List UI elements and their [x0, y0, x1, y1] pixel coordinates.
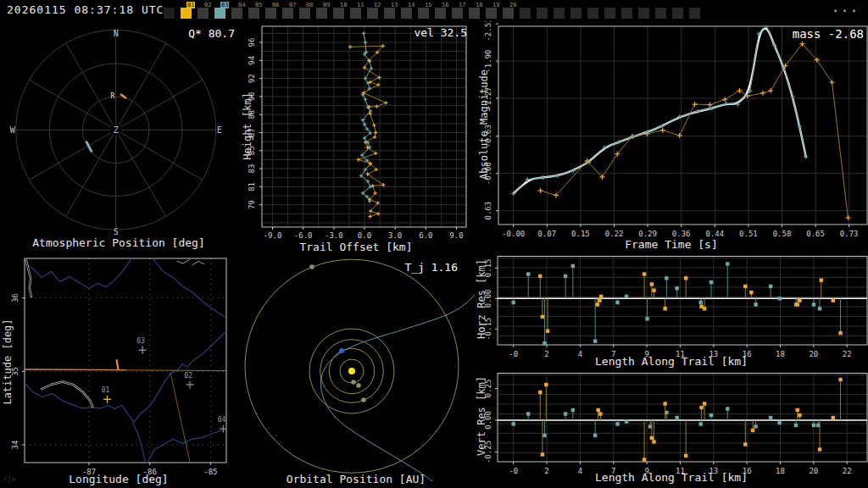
q-reserve-stat: Q* 80.7 [133, 27, 235, 40]
tab-04-label: 04 [237, 2, 246, 8]
tab-empty[interactable] [638, 8, 649, 19]
meteor-analysis-app: { "header": { "timestamp": "20260115 08:… [0, 0, 868, 488]
tab-06[interactable] [265, 8, 276, 19]
tab-01-label: 01 [186, 2, 195, 8]
svg-text:-2.53: -2.53 [484, 21, 492, 42]
tab-empty[interactable] [587, 8, 598, 19]
svg-text:0.51: 0.51 [739, 230, 758, 238]
tab-01[interactable] [181, 8, 192, 19]
tab-20[interactable] [503, 8, 514, 19]
svg-text:0.44: 0.44 [705, 230, 724, 238]
tab-empty[interactable] [537, 8, 548, 19]
svg-text:R: R [111, 92, 115, 100]
svg-text:Z: Z [114, 125, 119, 135]
tab-15[interactable] [418, 8, 429, 19]
svg-text:0.15: 0.15 [571, 230, 590, 238]
tab-empty[interactable] [570, 8, 581, 19]
trail-offset-chart: -9.0-6.0-3.00.03.06.09.09694929088878583… [237, 21, 475, 254]
tab-11[interactable] [350, 8, 361, 19]
tab-08-label: 08 [305, 2, 314, 8]
overflow-menu-button[interactable]: ... [832, 0, 860, 15]
svg-text:-0.00: -0.00 [502, 230, 525, 238]
tab-14-label: 14 [407, 2, 415, 8]
tab-08[interactable] [299, 8, 310, 19]
svg-text:-6.0: -6.0 [294, 231, 313, 240]
svg-text:0.36: 0.36 [672, 230, 691, 238]
tab-16-label: 16 [441, 2, 449, 8]
tab-02-label: 02 [203, 2, 212, 8]
tab-07[interactable] [282, 8, 293, 19]
tab-16[interactable] [435, 8, 446, 19]
tab-empty[interactable] [604, 8, 615, 19]
atmospheric-title: Atmospheric Position [deg] [0, 236, 237, 249]
svg-text:0.73: 0.73 [840, 230, 859, 238]
tab-10[interactable] [333, 8, 344, 19]
header-bar: 20260115 08:37:18 UTC 010203040506070809… [0, 0, 868, 21]
mass-stat: mass -2.68 [720, 27, 864, 41]
tab-03[interactable] [214, 8, 225, 19]
trail-offset-title: Trail Offset [km] [237, 241, 475, 253]
tab-empty[interactable] [554, 8, 565, 19]
tab-blank[interactable] [164, 8, 175, 19]
tab-05[interactable] [248, 8, 259, 19]
orbital-position-chart [237, 254, 475, 488]
atmospheric-position-chart: NSEWZR [0, 21, 237, 254]
magnitude-axis-label: Absolute Magnitude [478, 57, 490, 192]
tab-09[interactable] [316, 8, 327, 19]
tab-empty[interactable] [520, 8, 531, 19]
tab-17[interactable] [452, 8, 463, 19]
svg-text:S: S [114, 227, 119, 236]
svg-text:6.0: 6.0 [419, 231, 432, 240]
tab-empty[interactable] [672, 8, 683, 19]
tab-empty[interactable] [621, 8, 632, 19]
tab-02[interactable] [198, 8, 209, 19]
horizontal-residuals-chart: -024791113161820220.150.00-0.15 [475, 254, 868, 371]
tab-empty[interactable] [689, 8, 700, 19]
svg-text:0.22: 0.22 [605, 230, 624, 238]
svg-text:9.0: 9.0 [449, 231, 463, 240]
tab-19-label: 19 [492, 2, 500, 8]
svg-text:-9.0: -9.0 [264, 231, 282, 240]
horz-length-title: Length Along Trail [km] [475, 355, 868, 368]
svg-text:0.63: 0.63 [484, 202, 492, 220]
tab-18[interactable] [469, 8, 480, 19]
vert-res-axis-label: Vert Res [km] [476, 348, 487, 484]
absolute-magnitude-chart: -0.000.070.150.220.290.360.440.510.580.6… [475, 21, 868, 254]
tab-13[interactable] [384, 8, 395, 19]
tab-12[interactable] [367, 8, 378, 19]
tab-11-label: 11 [356, 2, 364, 8]
svg-text:3.0: 3.0 [388, 231, 402, 240]
frame-tab-bar: 0102030405060708091011121314151617181920 [0, 0, 868, 21]
height-axis-label: Height [km] [242, 58, 253, 194]
latitude-axis-label: Latitude [deg] [2, 294, 14, 430]
tab-14[interactable] [401, 8, 412, 19]
tab-03-label: 03 [220, 2, 229, 8]
vert-length-title: Length Along Trail [km] [475, 471, 868, 484]
orbital-title: Orbital Position [AU] [237, 473, 475, 485]
svg-text:01: 01 [102, 386, 110, 394]
tab-17-label: 17 [458, 2, 466, 8]
tab-10-label: 10 [339, 2, 348, 8]
svg-text:E: E [217, 125, 222, 135]
watermark: rjw [3, 475, 15, 483]
svg-text:0.65: 0.65 [806, 230, 825, 238]
svg-text:W: W [10, 125, 16, 135]
svg-text:79: 79 [248, 200, 256, 209]
tab-20-label: 20 [509, 2, 517, 8]
svg-text:04: 04 [218, 416, 226, 424]
ground-track-map: -87-86-8536353401020304 [0, 254, 237, 488]
tab-09-label: 09 [322, 2, 331, 8]
svg-text:96: 96 [248, 38, 256, 47]
frame-time-title: Frame Time [s] [475, 238, 868, 251]
longitude-title: Longitude [deg] [0, 473, 237, 485]
tab-19[interactable] [486, 8, 497, 19]
svg-text:34: 34 [11, 441, 19, 450]
svg-text:0.58: 0.58 [773, 230, 792, 238]
tab-12-label: 12 [373, 2, 381, 8]
tab-04[interactable] [231, 8, 242, 19]
svg-text:N: N [114, 29, 119, 38]
velocity-stat: vel 32.5 [357, 26, 467, 39]
tab-05-label: 05 [254, 2, 263, 8]
tab-empty[interactable] [655, 8, 666, 19]
tisserand-stat: T_j 1.16 [353, 261, 458, 274]
